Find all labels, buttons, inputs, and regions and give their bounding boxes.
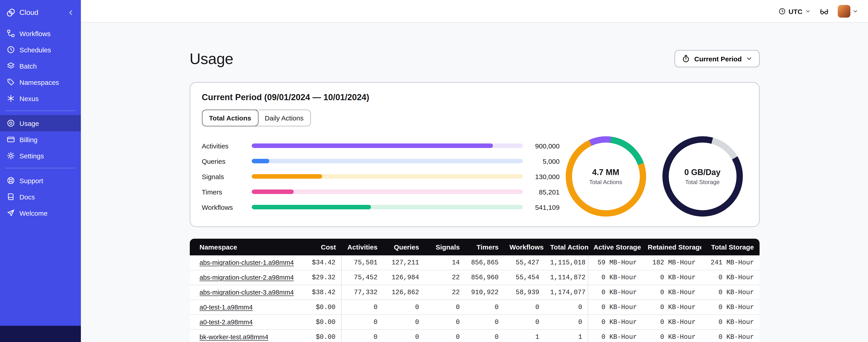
sidebar-item-nexus[interactable]: Nexus <box>0 90 81 106</box>
cell-activities: 75,501 <box>341 255 383 270</box>
cell-total-actions: 1,114,872 <box>545 270 588 285</box>
cell-retained-storage: 0 KB-Hour <box>642 270 701 285</box>
sidebar-item-namespaces[interactable]: Namespaces <box>0 74 81 90</box>
cell-workflows: 58,939 <box>504 285 545 300</box>
chevron-down-icon <box>852 8 858 14</box>
table-row: abs-migration-cluster-3.a98mm4$38.4277,3… <box>190 285 759 300</box>
cell-total-storage: 0 KB-Hour <box>701 315 759 330</box>
cell-activities: 75,452 <box>341 270 383 285</box>
sidebar-item-welcome[interactable]: Welcome <box>0 205 81 221</box>
cell-total-actions: 1,115,018 <box>545 255 588 270</box>
period-selector-button[interactable]: Current Period <box>675 50 759 67</box>
cell-workflows: 0 <box>504 300 545 315</box>
brand-label: Cloud <box>20 8 38 17</box>
bar-label: Activities <box>202 142 245 149</box>
tab-daily-actions[interactable]: Daily Actions <box>258 110 310 126</box>
timezone-selector[interactable]: UTC <box>778 7 811 15</box>
sidebar-item-label: Nexus <box>20 95 39 102</box>
sidebar-collapse-button[interactable] <box>67 9 74 16</box>
sidebar-item-billing[interactable]: Billing <box>0 131 81 147</box>
cell-workflows: 1 <box>504 330 545 342</box>
sidebar-divider <box>5 168 75 168</box>
avatar[interactable] <box>838 5 850 18</box>
sidebar: Cloud WorkflowsSchedulesBatchNamespacesN… <box>0 0 81 342</box>
bar-value: 5,000 <box>529 157 560 165</box>
sidebar-group-account: UsageBillingSettings <box>0 115 81 164</box>
cell-queries: 127,211 <box>383 255 425 270</box>
sidebar-item-batch[interactable]: Batch <box>0 58 81 74</box>
sidebar-item-workflows[interactable]: Workflows <box>0 25 81 41</box>
namespace-link[interactable]: a0-test-1.a98mm4 <box>199 304 253 311</box>
cell-total-storage: 241 MB-Hour <box>701 255 759 270</box>
usage-bar-chart: Activities900,000Queries5,000Signals130,… <box>202 138 560 215</box>
cell-retained-storage: 0 KB-Hour <box>642 300 701 315</box>
cell-total-actions: 1,174,077 <box>545 285 588 300</box>
cell-active-storage: 0 KB-Hour <box>588 315 642 330</box>
glasses-icon[interactable] <box>820 7 829 16</box>
sidebar-header: Cloud <box>0 0 81 25</box>
column-header-queries: Queries <box>383 239 425 255</box>
sidebar-item-settings[interactable]: Settings <box>0 147 81 164</box>
cell-workflows: 0 <box>504 315 545 330</box>
cell-activities: 0 <box>341 300 383 315</box>
table-row: a0-test-1.a98mm4$0.000000000 KB-Hour0 KB… <box>190 300 759 315</box>
sidebar-item-schedules[interactable]: Schedules <box>0 41 81 58</box>
sidebar-item-usage[interactable]: Usage <box>0 115 81 131</box>
schedules-icon <box>7 45 15 54</box>
account-menu[interactable] <box>838 5 858 18</box>
table-row: abs-migration-cluster-2.a98mm4$29.3275,4… <box>190 270 759 285</box>
total-actions-donut: 4.7 MMTotal Actions <box>565 136 646 216</box>
tab-total-actions[interactable]: Total Actions <box>202 110 258 126</box>
usage-charts: Activities900,000Queries5,000Signals130,… <box>202 136 747 216</box>
bar-track <box>251 205 523 209</box>
cell-signals: 22 <box>425 285 465 300</box>
cell-total-storage: 0 KB-Hour <box>701 285 759 300</box>
table-row: a0-test-2.a98mm4$0.000000000 KB-Hour0 KB… <box>190 315 759 330</box>
cell-activities: 77,332 <box>341 285 383 300</box>
docs-icon <box>7 193 15 201</box>
support-icon <box>7 176 15 184</box>
batch-icon <box>7 62 15 70</box>
app-window: Cloud WorkflowsSchedulesBatchNamespacesN… <box>0 0 868 342</box>
timezone-label: UTC <box>788 7 803 15</box>
namespace-link[interactable]: abs-migration-cluster-3.a98mm4 <box>199 289 294 296</box>
cell-total-storage: 0 KB-Hour <box>701 330 759 342</box>
sidebar-group-help: SupportDocsWelcome <box>0 172 81 221</box>
namespace-link[interactable]: bk-worker-test.a98mm4 <box>199 334 269 341</box>
bar-label: Timers <box>202 188 245 196</box>
namespace-link[interactable]: abs-migration-cluster-2.a98mm4 <box>199 274 294 281</box>
bar-label: Workflows <box>202 203 245 211</box>
cell-signals: 22 <box>425 270 465 285</box>
sidebar-item-support[interactable]: Support <box>0 172 81 189</box>
bar-fill <box>251 205 371 209</box>
sidebar-item-docs[interactable]: Docs <box>0 189 81 205</box>
actions-tab-group: Total ActionsDaily Actions <box>202 110 311 126</box>
cell-cost: $34.42 <box>303 255 341 270</box>
cell-cost: $38.42 <box>303 285 341 300</box>
cell-queries: 0 <box>383 330 425 342</box>
usage-icon <box>7 119 15 127</box>
namespace-link[interactable]: a0-test-2.a98mm4 <box>199 318 253 326</box>
usage-bar-row: Queries5,000 <box>202 153 560 169</box>
bar-fill <box>251 159 269 163</box>
sidebar-item-label: Workflows <box>20 30 51 37</box>
cell-retained-storage: 0 KB-Hour <box>642 315 701 330</box>
page-header: Usage Current Period <box>190 49 759 69</box>
namespaces-icon <box>7 78 15 86</box>
cell-queries: 126,984 <box>383 270 425 285</box>
cell-active-storage: 59 MB-Hour <box>588 255 642 270</box>
total-storage-donut: 0 GB/DayTotal Storage <box>662 136 743 216</box>
column-header-retained-storage: Retained Storage <box>642 239 701 255</box>
namespace-link[interactable]: abs-migration-cluster-1.a98mm4 <box>199 259 294 266</box>
cell-retained-storage: 182 MB-Hour <box>642 255 701 270</box>
cell-workflows: 55,454 <box>504 270 545 285</box>
cell-timers: 0 <box>465 300 504 315</box>
sidebar-item-label: Usage <box>20 119 39 127</box>
cell-active-storage: 0 KB-Hour <box>588 330 642 342</box>
cell-timers: 856,960 <box>465 270 504 285</box>
bar-track <box>251 190 523 194</box>
page-title: Usage <box>190 50 234 67</box>
bar-track <box>251 159 523 163</box>
namespace-cell: abs-migration-cluster-2.a98mm4 <box>190 270 303 285</box>
bar-value: 85,201 <box>529 188 560 196</box>
